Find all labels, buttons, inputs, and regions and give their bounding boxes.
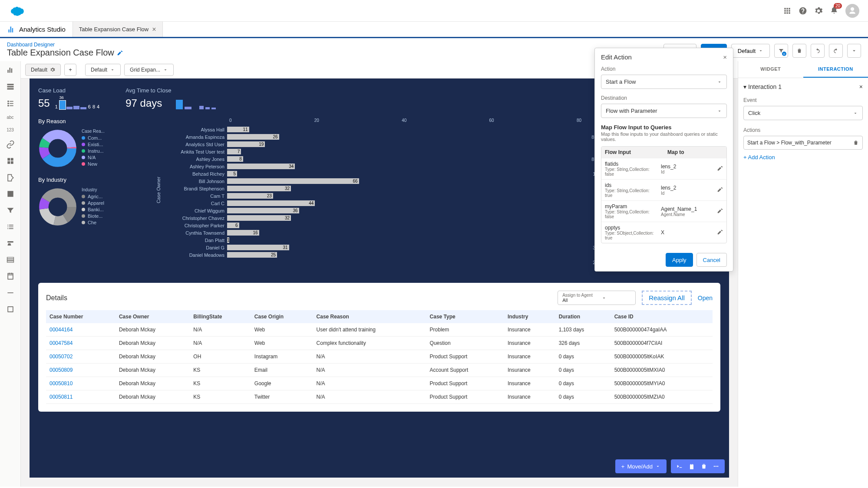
list-widget-icon[interactable]: [6, 98, 15, 107]
settings-icon[interactable]: [814, 7, 823, 15]
table-header[interactable]: Industry: [504, 310, 555, 323]
owner-bar-row[interactable]: Carl C44: [151, 200, 581, 207]
add-canvas-tab[interactable]: +: [64, 64, 76, 76]
apply-button[interactable]: Apply: [666, 253, 693, 267]
close-interaction-icon[interactable]: ×: [859, 83, 863, 90]
owner-bar-row[interactable]: Chief Wiggum36: [151, 207, 581, 214]
reassign-all-button[interactable]: Reassign All: [642, 291, 692, 305]
assign-dropdown[interactable]: Assign to AgentAll: [558, 291, 636, 305]
filter-button[interactable]: 0: [774, 44, 788, 58]
owner-bar-row[interactable]: Alyssa Hall11: [151, 126, 581, 133]
owner-bar-row[interactable]: Cynthia Townsend16: [151, 229, 581, 236]
undo-button[interactable]: [811, 44, 825, 58]
table-header[interactable]: Case Reason: [313, 310, 426, 323]
destination-select[interactable]: Flow with Parameter: [601, 104, 727, 118]
table-header[interactable]: BillingState: [190, 310, 251, 323]
image-widget-icon[interactable]: [6, 190, 15, 198]
chart-owner-bars[interactable]: Case Owner 020406080 Alyssa Hall11Amanda…: [151, 118, 581, 274]
table-row[interactable]: 00044164Deborah MckayN/AWebUser didn't a…: [46, 323, 713, 337]
delete-button[interactable]: [792, 44, 806, 58]
chart-by-industry[interactable]: By Industry Industry Agri: [38, 177, 142, 226]
edit-row-icon[interactable]: [717, 208, 723, 214]
chart-widget-icon[interactable]: [6, 66, 15, 74]
apps-icon[interactable]: [783, 7, 792, 15]
table-row[interactable]: 00050810Deborah MckayKSGoogleN/AProduct …: [46, 377, 713, 390]
owner-bar-row[interactable]: Daniel Meadows25: [151, 251, 581, 259]
prop-tab-interaction[interactable]: INTERACTION: [803, 61, 868, 78]
breadcrumb[interactable]: Dashboard Designer: [7, 42, 123, 48]
component-widget-icon[interactable]: [6, 305, 15, 314]
case-number-link[interactable]: 00050810: [46, 377, 116, 390]
more-button[interactable]: [847, 44, 861, 58]
owner-bar-row[interactable]: Daniel G31: [151, 244, 581, 251]
cancel-button[interactable]: Cancel: [696, 253, 727, 267]
table-header[interactable]: Case Type: [426, 310, 504, 323]
text-widget-icon[interactable]: abc: [7, 115, 13, 120]
table-widget-icon[interactable]: [6, 82, 15, 91]
move-add-button[interactable]: + Move/Add: [615, 459, 667, 473]
navigation-widget-icon[interactable]: [6, 173, 15, 182]
number-widget-icon[interactable]: 123: [7, 128, 14, 132]
gear-icon[interactable]: [50, 67, 55, 72]
prop-tab-widget[interactable]: WIDGET: [738, 61, 803, 78]
table-row[interactable]: 00050809Deborah MckayKSEmailN/AAccount S…: [46, 364, 713, 377]
filter-widget-icon[interactable]: [6, 206, 15, 215]
more-icon[interactable]: [713, 463, 719, 470]
case-number-link[interactable]: 00047584: [46, 337, 116, 350]
canvas-tab-page-default[interactable]: Default: [85, 64, 121, 76]
case-number-link[interactable]: 00044164: [46, 323, 116, 337]
interaction-header[interactable]: ▾ Interaction 1 ×: [743, 83, 863, 90]
edit-row-icon[interactable]: [717, 165, 723, 171]
metric-case-load[interactable]: Case Load 55 1 36 6 8: [38, 87, 99, 109]
table-header[interactable]: Case ID: [611, 310, 713, 323]
owner-bar-row[interactable]: Ashley Jones8: [151, 155, 581, 163]
help-icon[interactable]: [799, 7, 807, 15]
action-item[interactable]: Start a Flow > Flow_with_Parameter: [743, 136, 863, 150]
event-select[interactable]: Click: [743, 106, 863, 120]
owner-bar-row[interactable]: Christopher Chavez32: [151, 214, 581, 222]
canvas-tab-grid-expan[interactable]: Grid Expan...: [124, 64, 174, 76]
bullet-widget-icon[interactable]: [6, 223, 15, 231]
close-tab-icon[interactable]: ×: [152, 26, 156, 33]
clipboard-icon[interactable]: [688, 463, 695, 470]
close-popover-icon[interactable]: ×: [723, 53, 727, 61]
owner-bar-row[interactable]: Behzad Richey5: [151, 170, 581, 177]
link-widget-icon[interactable]: [6, 140, 15, 149]
table-row[interactable]: 00050702Deborah MckayOHInstagramN/AProdu…: [46, 350, 713, 364]
details-card[interactable]: Details Assign to AgentAll Reassign All …: [38, 283, 720, 412]
owner-bar-row[interactable]: Bill Johnson66: [151, 177, 581, 185]
case-number-link[interactable]: 00050811: [46, 390, 116, 404]
repeater-widget-icon[interactable]: [6, 255, 15, 264]
line-widget-icon[interactable]: [6, 288, 15, 297]
edit-row-icon[interactable]: [717, 229, 723, 235]
notifications-icon[interactable]: 20: [830, 6, 838, 16]
owner-bar-row[interactable]: Dan Platt1: [151, 236, 581, 244]
table-row[interactable]: 00047584Deborah MckayN/AWebComplex funct…: [46, 337, 713, 350]
date-widget-icon[interactable]: [6, 272, 15, 281]
owner-bar-row[interactable]: Ashley Peterson34: [151, 163, 581, 170]
case-number-link[interactable]: 00050809: [46, 364, 116, 377]
action-widget-icon[interactable]: [6, 239, 15, 248]
chart-by-reason[interactable]: By Reason Case Rea... Com: [38, 118, 142, 168]
table-header[interactable]: Case Owner: [116, 310, 190, 323]
trash-icon[interactable]: [700, 463, 707, 470]
app-tab-table-expansion[interactable]: Table Expansion Case Flow ×: [73, 22, 163, 37]
table-header[interactable]: Case Origin: [251, 310, 313, 323]
app-brand[interactable]: Analytics Studio: [0, 22, 73, 37]
table-header[interactable]: Duration: [555, 310, 611, 323]
avatar[interactable]: [845, 4, 859, 18]
owner-bar-row[interactable]: Brandi Stephenson32: [151, 185, 581, 192]
edit-row-icon[interactable]: [717, 187, 723, 193]
terminal-icon[interactable]: [676, 463, 683, 470]
add-action-link[interactable]: + Add Action: [743, 154, 863, 160]
delete-action-icon[interactable]: [853, 140, 859, 146]
container-widget-icon[interactable]: [6, 157, 15, 165]
table-row[interactable]: 00050811Deborah MckayKSTwitterN/AProduct…: [46, 390, 713, 404]
action-select[interactable]: Start a Flow: [601, 75, 727, 89]
default-dropdown[interactable]: Default: [731, 44, 770, 58]
owner-bar-row[interactable]: Christopher Parker6: [151, 222, 581, 229]
redo-button[interactable]: [829, 44, 843, 58]
canvas-tab-default[interactable]: Default: [25, 64, 61, 76]
owner-bar-row[interactable]: Amanda Espinoza26: [151, 133, 581, 141]
case-number-link[interactable]: 00050702: [46, 350, 116, 364]
